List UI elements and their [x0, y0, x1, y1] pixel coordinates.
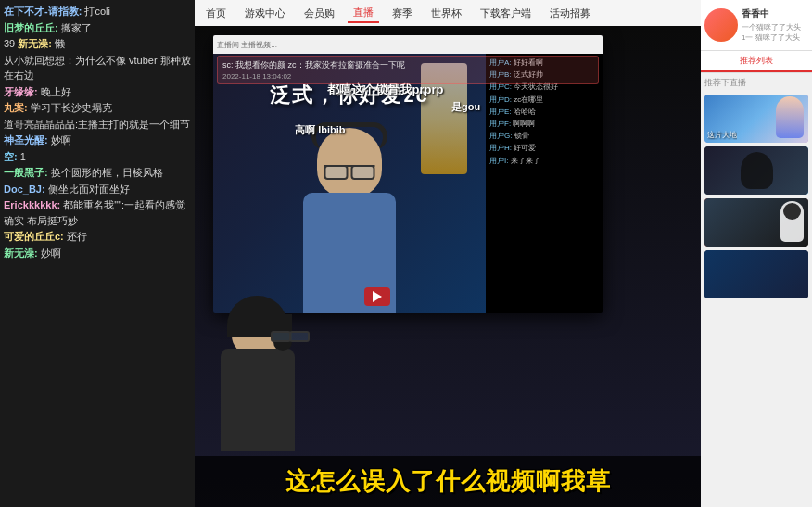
emb-chat-msg: 用户H: 好可爱 — [489, 143, 599, 153]
card-figure-1 — [776, 96, 804, 138]
emb-chat-msg: 用户G: 锁骨 — [489, 131, 599, 141]
nav-tab-activity[interactable]: 活动招募 — [544, 5, 596, 22]
sidebar-fans-count: 1一 猫咪了了大头 — [742, 32, 808, 43]
chat-message: 在下不才-请指教: 打coli — [4, 4, 191, 19]
chat-message: 道哥亮晶晶品品:主播主打的就是一个细节 — [4, 117, 191, 133]
nav-tab-game[interactable]: 游戏中心 — [239, 5, 291, 22]
nav-tab-season[interactable]: 赛季 — [387, 5, 418, 22]
person-glasses — [324, 165, 375, 174]
emb-chat-msg: 用户E: 哈哈哈 — [489, 107, 599, 117]
top-navigation: 首页 游戏中心 会员购 直播 赛季 世界杯 下载客户端 活动招募 — [195, 0, 701, 26]
sidebar-card-4[interactable] — [704, 250, 808, 298]
sidebar-card-3[interactable] — [704, 198, 808, 247]
chat-text: 学习下长沙史塌克 — [31, 102, 112, 113]
chat-username: 在下不才-请指教: — [4, 6, 82, 17]
sidebar-rec-label: 推荐下直播 — [701, 73, 812, 91]
avatar — [704, 8, 738, 42]
embedded-url: 直播间 主播视频... — [217, 40, 277, 50]
chat-text: 妙啊 — [51, 134, 71, 146]
embedded-top-bar: 直播间 主播视频... — [213, 35, 603, 54]
subtitle-text: 这怎么误入了什么视频啊我草 — [285, 465, 611, 498]
sidebar-tabs: 推荐列表 — [701, 51, 812, 73]
chat-message: 牙缘缘: 晚上好 — [4, 84, 191, 100]
sidebar-username: 香香中 — [742, 7, 808, 20]
chat-username: Erickkkkkk: — [4, 199, 60, 210]
chat-message: Doc_BJ: 侧坐比面对面坐好 — [4, 182, 191, 197]
chat-text: 侧坐比面对面坐好 — [48, 184, 130, 195]
nav-tab-worldcup[interactable]: 世界杯 — [425, 5, 467, 22]
chat-username: 一般黑子: — [4, 167, 48, 178]
chat-message: 丸案: 学习下长沙史塌克 — [4, 100, 191, 116]
danmaku-text-2: 是gou — [451, 100, 480, 114]
chat-username: 神圣光醒: — [4, 134, 48, 146]
sidebar-user-info: 香香中 一个猫咪了了大头 1一 猫咪了了大头 — [742, 7, 808, 43]
emb-chat-msg: 用户D: zc在哪里 — [489, 95, 599, 105]
chat-message: 从小就回想想：为什么不像 vtuber 那种放在右边 — [4, 53, 191, 83]
chat-username: 可爱的丘丘c: — [4, 231, 64, 242]
chat-text: 1 — [20, 151, 26, 162]
chat-message: 39 新无澡: 懒 — [4, 36, 191, 52]
sidebar-tab-recommendation[interactable]: 推荐列表 — [701, 51, 812, 72]
sidebar-card-1[interactable]: 这片大地 — [704, 95, 808, 143]
embedded-comment-box: sc: 我想看你的颜 zc：我家没有拉窗摄准合一下呢 2022-11-18 13… — [217, 56, 599, 84]
comment-timestamp: 2022-11-18 13:04:02 — [222, 72, 291, 81]
sidebar-header: 香香中 一个猫咪了了大头 1一 猫咪了了大头 — [701, 0, 812, 51]
danmaku-text-3: 高啊 lbibib — [295, 123, 345, 137]
chat-message: 新无澡: 妙啊 — [4, 246, 191, 261]
nav-tab-live[interactable]: 直播 — [348, 4, 379, 23]
comment-text: sc: 我想看你的颜 zc：我家没有拉窗摄准合一下呢 — [222, 60, 405, 70]
chat-text: 还行 — [67, 231, 87, 242]
chat-username: 新无澡: — [4, 247, 38, 259]
girl-viewer — [195, 294, 334, 451]
chat-message: Erickkkkkk: 都能重名我"":一起看的感觉确实 布局挺巧妙 — [4, 197, 191, 228]
emb-chat-msg: 用户I: 来了来了 — [489, 156, 599, 166]
chat-username: 旧梦的丘丘: — [4, 22, 58, 33]
person-silhouette — [266, 109, 433, 313]
embedded-video[interactable]: 直播间 主播视频... sc: 我想看你的颜 zc：我家没有拉窗摄准合一下呢 2… — [213, 35, 603, 313]
nav-tab-vip[interactable]: 会员购 — [298, 5, 340, 22]
left-chat-panel: 在下不才-请指教: 打coli 旧梦的丘丘: 搬家了 39 新无澡: 懒 从小就… — [0, 0, 195, 507]
nav-tab-home[interactable]: 首页 — [200, 5, 232, 22]
sidebar-card-2[interactable] — [704, 146, 808, 195]
chat-message: 空: 1 — [4, 149, 191, 165]
chat-username: 空: — [4, 151, 18, 162]
embedded-chat-right: 用户A: 好好看啊 用户B: 泛式好帅 用户C: 今天状态很好 用户D: zc在… — [486, 54, 603, 313]
chat-text: 换个圆形的框，日棱风格 — [51, 167, 163, 178]
chat-text: 从小就回想想：为什么不像 vtuber 那种放在右边 — [4, 55, 191, 82]
play-triangle-icon — [373, 291, 382, 302]
center-video-area: 首页 游戏中心 会员购 直播 赛季 世界杯 下载客户端 活动招募 直播间 主播视… — [195, 0, 701, 507]
emb-chat-msg: 用户F: 啊啊啊 — [489, 119, 599, 129]
embedded-main: 都嘻这个锁骨我prprp 是gou 高啊 lbibib 泛式，你好爱zc — [213, 54, 603, 313]
play-button[interactable] — [364, 287, 390, 306]
person-head — [317, 128, 382, 197]
chat-message: 神圣光醒: 妙啊 — [4, 133, 191, 148]
chat-text: 39 — [4, 38, 15, 49]
streamer-person: 都嘻这个锁骨我prprp 是gou 高啊 lbibib 泛式，你好爱zc — [213, 54, 486, 313]
chat-text: 晚上好 — [41, 86, 71, 97]
girl-silhouette — [195, 294, 334, 451]
chat-message: 旧梦的丘丘: 搬家了 — [4, 20, 191, 36]
chat-username: 牙缘缘: — [4, 86, 38, 97]
right-sidebar: 香香中 一个猫咪了了大头 1一 猫咪了了大头 推荐列表 推荐下直播 这片大地 — [701, 0, 812, 507]
sidebar-recommendation-list: 这片大地 — [701, 91, 812, 507]
chat-text: 道哥亮晶晶品品:主播主打的就是一个细节 — [4, 119, 190, 130]
card-head-3 — [783, 203, 801, 220]
chat-text: 懒 — [55, 38, 65, 49]
chat-message: 可爱的丘丘c: 还行 — [4, 229, 191, 245]
chat-username: 丸案: — [4, 102, 28, 113]
video-content: 直播间 主播视频... sc: 我想看你的颜 zc：我家没有拉窗摄准合一下呢 2… — [195, 26, 701, 507]
chat-text: 打coli — [84, 6, 110, 17]
main-container: 在下不才-请指教: 打coli 旧梦的丘丘: 搬家了 39 新无澡: 懒 从小就… — [0, 0, 812, 507]
chat-message: 一般黑子: 换个圆形的框，日棱风格 — [4, 165, 191, 181]
girl-body — [221, 349, 295, 451]
nav-tab-download[interactable]: 下载客户端 — [475, 5, 537, 22]
chat-text: 妙啊 — [41, 247, 61, 259]
chat-username: Doc_BJ: — [4, 184, 45, 195]
sidebar-user-sub: 一个猫咪了了大头 — [742, 22, 808, 32]
bottom-subtitle: 这怎么误入了什么视频啊我草 — [195, 456, 701, 507]
girl-glasses — [271, 331, 310, 338]
card-label-1: 这片大地 — [707, 130, 737, 140]
chat-text: 搬家了 — [61, 22, 92, 33]
card-figure-2 — [704, 146, 808, 195]
chat-username: 新无澡: — [18, 38, 52, 49]
